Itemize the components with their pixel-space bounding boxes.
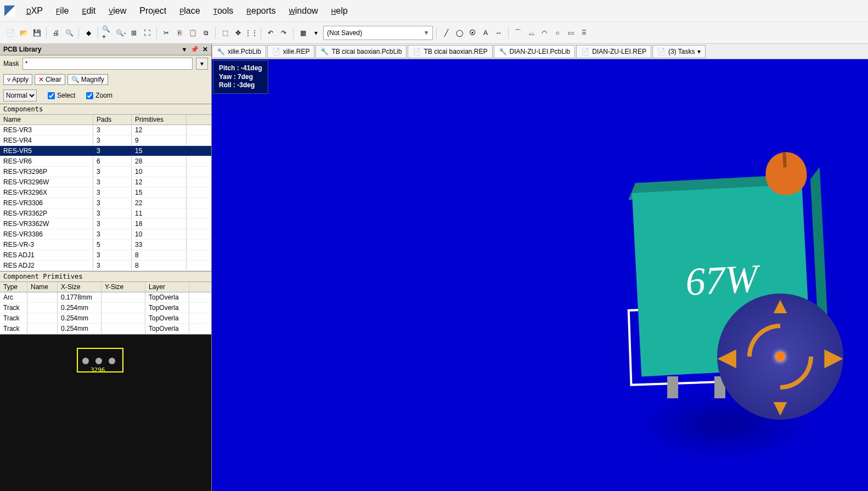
- navigation-gizmo[interactable]: ▲ ▼ ◀ ▶: [717, 294, 843, 420]
- zoom-select-icon[interactable]: ⛶: [141, 27, 153, 39]
- table-row[interactable]: RES-VR6628: [0, 156, 211, 167]
- col-primitives[interactable]: Primitives: [132, 115, 187, 125]
- dimension-tool-icon[interactable]: ↔: [493, 27, 505, 39]
- table-row[interactable]: Track0.254mmTopOverla: [0, 313, 211, 324]
- arc1-icon[interactable]: ⌒: [512, 27, 524, 39]
- document-tab[interactable]: 🔧xilie.PcbLib: [212, 45, 266, 58]
- menu-reports[interactable]: Reports: [246, 6, 275, 16]
- pad-tool-icon[interactable]: ◯: [453, 27, 465, 39]
- document-tab[interactable]: 🔧TB cicai baoxian.PcbLib: [315, 45, 407, 58]
- document-tab[interactable]: 📄TB cicai baoxian.REP: [408, 45, 492, 58]
- magnify-button[interactable]: 🔍Magnify: [67, 74, 108, 85]
- menu-place[interactable]: Place: [179, 6, 200, 16]
- cut-icon[interactable]: ✂: [160, 27, 172, 39]
- table-row[interactable]: RES-VR5315: [0, 146, 211, 156]
- zoom-out-icon[interactable]: 🔍-: [115, 27, 127, 39]
- table-row[interactable]: RES-VR3296P310: [0, 167, 211, 177]
- open-file-icon[interactable]: 📂: [18, 27, 30, 39]
- gizmo-down-arrow-icon[interactable]: ▼: [769, 394, 792, 421]
- col-layer[interactable]: Layer: [145, 282, 189, 292]
- cell-pads: 6: [93, 156, 132, 166]
- new-file-icon[interactable]: 📄: [4, 27, 16, 39]
- separator: [156, 27, 157, 39]
- arc2-icon[interactable]: ⌓: [525, 27, 537, 39]
- mask-input[interactable]: [22, 58, 193, 70]
- cell-y: [102, 292, 145, 302]
- panel-close-icon[interactable]: ✕: [202, 46, 208, 53]
- saved-state-combo[interactable]: (Not Saved) ▼: [323, 26, 433, 40]
- mode-select[interactable]: Normal: [3, 89, 37, 101]
- menu-file[interactable]: File: [56, 6, 69, 16]
- menu-edit[interactable]: Edit: [82, 6, 95, 16]
- document-tab[interactable]: 🔧DIAN-ZU-LEI.PcbLib: [494, 45, 576, 58]
- footprint-preview[interactable]: 3296: [0, 334, 211, 491]
- preview-icon[interactable]: 🔍: [63, 27, 75, 39]
- grid-dropdown-icon[interactable]: ▾: [310, 27, 322, 39]
- select-checkbox[interactable]: Select: [48, 92, 75, 99]
- table-row[interactable]: RES-VR3312: [0, 125, 211, 136]
- grid-icon[interactable]: ▦: [297, 27, 309, 39]
- document-tab[interactable]: 📄(3) Tasks ▾: [652, 45, 706, 58]
- table-row[interactable]: Track0.254mmTopOverla: [0, 324, 211, 334]
- table-row[interactable]: Arc0.1778mmTopOverla: [0, 292, 211, 303]
- col-name[interactable]: Name: [0, 115, 93, 125]
- document-tab[interactable]: 📄xilie.REP: [267, 45, 315, 58]
- redo-icon[interactable]: ↷: [278, 27, 290, 39]
- array-icon[interactable]: ⠿: [578, 27, 590, 39]
- circle-icon[interactable]: ○: [551, 27, 563, 39]
- panel-pin-icon[interactable]: 📌: [190, 46, 199, 53]
- menu-window[interactable]: Window: [289, 6, 318, 16]
- cell-type: Track: [0, 303, 27, 313]
- rect-icon[interactable]: ▭: [565, 27, 577, 39]
- table-row[interactable]: RES ADJ138: [0, 250, 211, 261]
- gizmo-right-arrow-icon[interactable]: ▶: [825, 343, 842, 370]
- undo-icon[interactable]: ↶: [264, 27, 277, 39]
- mask-dropdown-icon[interactable]: ▾: [196, 58, 208, 70]
- table-row[interactable]: RES-VR-3533: [0, 240, 211, 250]
- document-tab[interactable]: 📄DIAN-ZU-LEI.REP: [576, 45, 651, 58]
- print-icon[interactable]: 🖨: [50, 27, 62, 39]
- select-icon[interactable]: ⬚: [219, 27, 231, 39]
- table-row[interactable]: RES-VR3362W318: [0, 219, 211, 229]
- line-tool-icon[interactable]: ╱: [440, 27, 452, 39]
- menu-dxp[interactable]: DXP: [26, 6, 43, 16]
- 3d-viewport[interactable]: Pitch : -41deg Yaw : 7deg Roll : -3deg 6…: [212, 59, 868, 491]
- duplicate-icon[interactable]: ⧉: [200, 27, 212, 39]
- copy-icon[interactable]: ⎘: [173, 27, 185, 39]
- zoom-fit-icon[interactable]: ⊞: [128, 27, 140, 39]
- via-tool-icon[interactable]: ⦿: [466, 27, 478, 39]
- gizmo-left-arrow-icon[interactable]: ◀: [718, 343, 736, 370]
- snap-icon[interactable]: ⋮⋮: [245, 27, 257, 39]
- cell-pads: 3: [93, 125, 132, 135]
- table-row[interactable]: RES-VR3296W312: [0, 177, 211, 188]
- text-tool-icon[interactable]: A: [480, 27, 492, 39]
- table-row[interactable]: RES ADJ238: [0, 261, 211, 271]
- move-icon[interactable]: ✥: [232, 27, 244, 39]
- cell-prim: 10: [132, 229, 187, 239]
- menu-tools[interactable]: Tools: [213, 6, 234, 16]
- layers-icon[interactable]: ◆: [82, 27, 94, 39]
- zoom-in-icon[interactable]: 🔍+: [102, 27, 114, 39]
- col-ysize[interactable]: Y-Size: [102, 282, 145, 292]
- table-row[interactable]: RES-VR3362P311: [0, 208, 211, 219]
- arc3-icon[interactable]: ◠: [538, 27, 550, 39]
- clear-button[interactable]: ✕Clear: [35, 74, 65, 85]
- menu-project[interactable]: Project: [139, 6, 166, 16]
- menu-help[interactable]: Help: [331, 6, 348, 16]
- col-xsize[interactable]: X-Size: [58, 282, 102, 292]
- zoom-checkbox[interactable]: Zoom: [86, 92, 112, 99]
- save-icon[interactable]: 💾: [31, 27, 43, 39]
- apply-button[interactable]: ▿Apply: [3, 74, 32, 85]
- table-row[interactable]: RES-VR3296X315: [0, 188, 211, 198]
- panel-menu-icon[interactable]: ▾: [183, 46, 186, 53]
- gizmo-up-arrow-icon[interactable]: ▲: [769, 292, 792, 319]
- table-row[interactable]: RES-VR439: [0, 136, 211, 146]
- paste-icon[interactable]: 📋: [187, 27, 199, 39]
- col-type[interactable]: Type: [0, 282, 27, 292]
- table-row[interactable]: Track0.254mmTopOverla: [0, 303, 211, 313]
- table-row[interactable]: RES-VR3386310: [0, 229, 211, 240]
- col-pads[interactable]: Pads: [93, 115, 132, 125]
- menu-view[interactable]: View: [109, 6, 126, 16]
- table-row[interactable]: RES-VR3306322: [0, 198, 211, 208]
- col-pname[interactable]: Name: [27, 282, 58, 292]
